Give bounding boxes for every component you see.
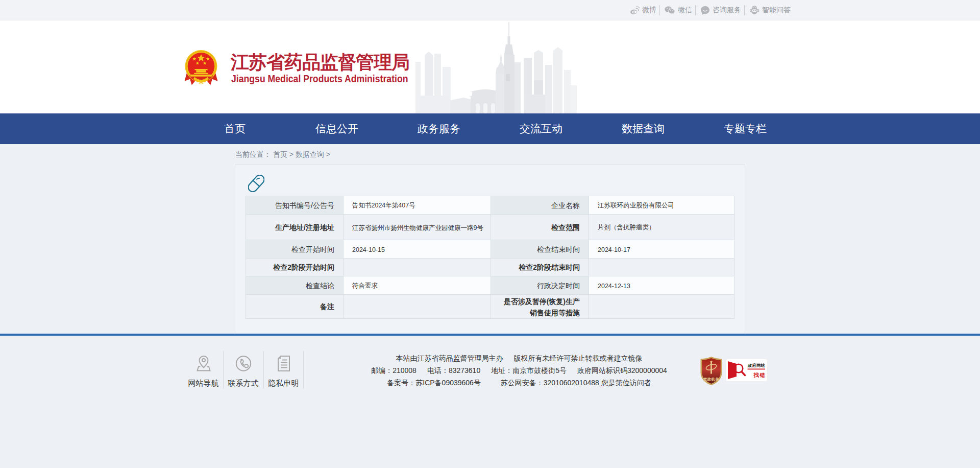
svg-text:找错: 找错 [753,372,766,378]
svg-text:政府网站: 政府网站 [747,363,765,368]
